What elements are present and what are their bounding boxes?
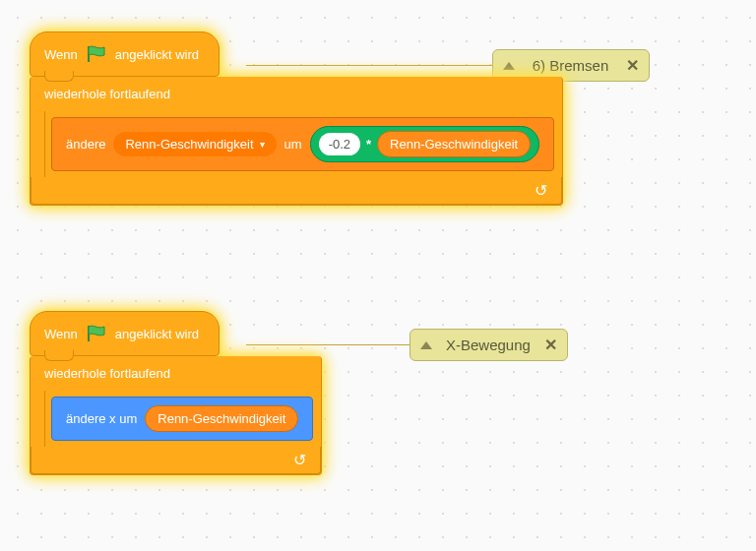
comment-close-icon[interactable]: ✕	[544, 336, 557, 354]
forever-loop-block[interactable]: wiederhole fortlaufend ändere Renn-Gesch…	[30, 77, 563, 206]
comment-close-icon[interactable]: ✕	[626, 56, 639, 75]
loop-rail	[30, 111, 45, 177]
changex-prefix: ändere x um	[66, 411, 137, 426]
change-x-block[interactable]: ändere x um Renn-Geschwindigkeit	[51, 397, 313, 441]
multiply-symbol: *	[366, 137, 371, 152]
dropdown-label: Renn-Geschwindigkeit	[125, 137, 253, 152]
hat-when-flag-clicked[interactable]: Wenn angeklickt wird	[30, 31, 220, 77]
hat-text-prefix: Wenn	[44, 327, 78, 341]
multiply-operator-block[interactable]: -0.2 * Renn-Geschwindigkeit	[310, 126, 540, 162]
loop-bottom: ↺	[31, 447, 321, 474]
change-prefix: ändere	[66, 137, 105, 152]
number-input[interactable]: -0.2	[319, 133, 360, 155]
loop-label: wiederhole fortlaufend	[31, 77, 562, 111]
loop-label: wiederhole fortlaufend	[31, 356, 321, 391]
loop-arrow-icon: ↺	[535, 181, 547, 200]
hat-text-suffix: angeklickt wird	[115, 327, 199, 341]
script-stack-2[interactable]: Wenn angeklickt wird wiederhole fortlauf…	[30, 311, 322, 475]
green-flag-icon	[86, 44, 107, 64]
hat-text-suffix: angeklickt wird	[115, 47, 199, 62]
change-mid: um	[284, 137, 302, 152]
hat-when-flag-clicked[interactable]: Wenn angeklickt wird	[30, 311, 220, 356]
variable-dropdown[interactable]: Renn-Geschwindigkeit ▾	[113, 132, 276, 156]
comment-text: X-Bewegung	[446, 337, 531, 353]
loop-bottom: ↺	[31, 177, 562, 205]
script-stack-1[interactable]: Wenn angeklickt wird wiederhole fortlauf…	[30, 31, 563, 206]
dropdown-caret-icon: ▾	[260, 139, 265, 150]
hat-text-prefix: Wenn	[44, 47, 78, 62]
comment-bubble-2[interactable]: X-Bewegung ✕	[410, 329, 568, 361]
loop-rail	[30, 391, 45, 447]
change-variable-block[interactable]: ändere Renn-Geschwindigkeit ▾ um -0.2 * …	[51, 117, 554, 171]
variable-reporter[interactable]: Renn-Geschwindigkeit	[377, 131, 531, 157]
comment-collapse-icon[interactable]	[420, 341, 432, 349]
loop-arrow-icon: ↺	[293, 451, 306, 469]
green-flag-icon	[86, 324, 107, 343]
forever-loop-block[interactable]: wiederhole fortlaufend ändere x um Renn-…	[30, 356, 322, 475]
variable-reporter[interactable]: Renn-Geschwindigkeit	[145, 405, 298, 432]
